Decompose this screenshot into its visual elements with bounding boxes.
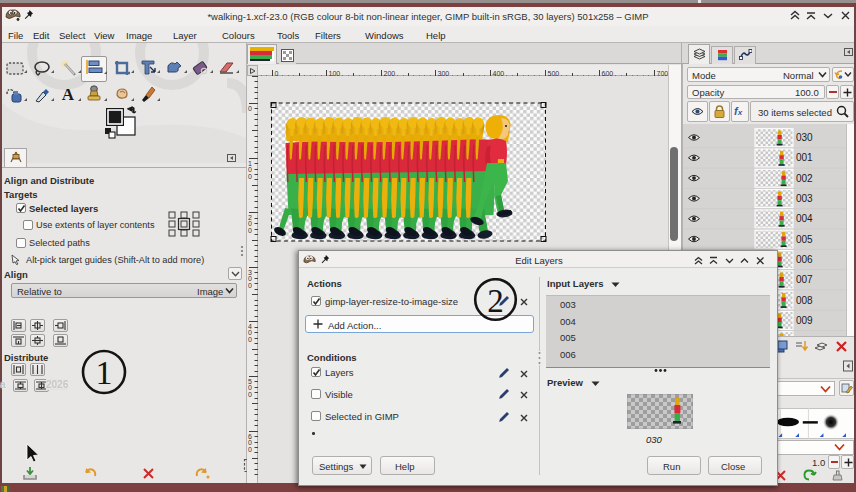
svg-text:009: 009	[796, 315, 813, 326]
svg-text:0: 0	[248, 446, 252, 453]
svg-text:A: A	[62, 85, 75, 104]
svg-text:0: 0	[248, 105, 252, 112]
svg-text:2: 2	[487, 283, 504, 319]
svg-text:006: 006	[796, 254, 813, 265]
svg-text:030: 030	[796, 132, 813, 143]
svg-text:004: 004	[796, 213, 813, 224]
svg-text:1: 1	[96, 354, 113, 391]
svg-text:0: 0	[248, 336, 252, 343]
svg-text:007: 007	[796, 274, 813, 285]
svg-text:0: 0	[248, 282, 252, 289]
svg-text:003: 003	[796, 193, 813, 204]
svg-text:0: 0	[248, 391, 252, 398]
svg-text:008: 008	[796, 295, 813, 306]
svg-text:002: 002	[796, 173, 813, 184]
svg-text:0: 0	[248, 227, 252, 234]
svg-text:005: 005	[796, 234, 813, 245]
svg-text:001: 001	[796, 152, 813, 163]
svg-text:0: 0	[248, 173, 252, 180]
